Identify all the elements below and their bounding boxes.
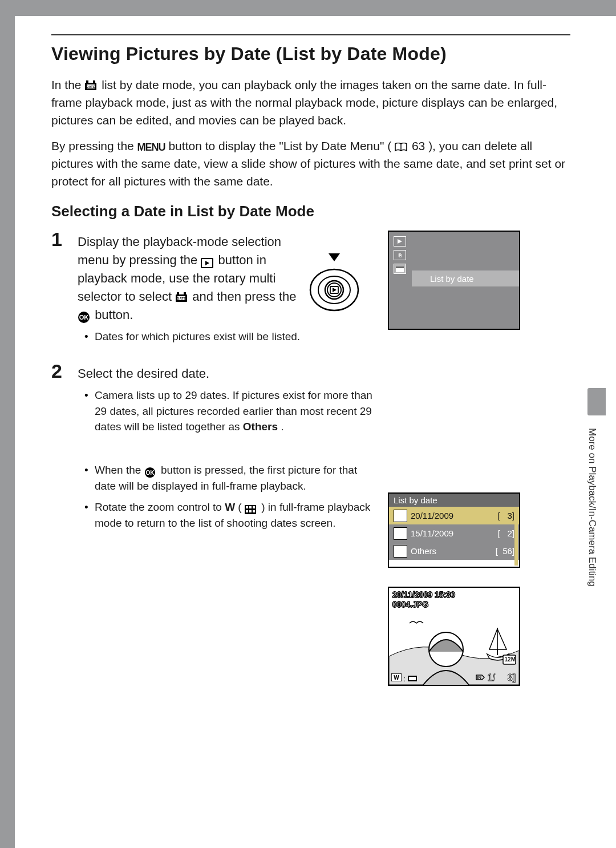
date-list-row: Others [ 56] [389, 542, 519, 560]
rotary-selector-illustration [306, 251, 363, 320]
zoom-wide-label: W [225, 501, 235, 513]
scrollbar-icon [514, 507, 518, 566]
date-list-row: 20/11/2009 [ 3] [389, 507, 519, 524]
svg-marker-20 [333, 288, 337, 292]
svg-rect-32 [253, 510, 255, 512]
svg-rect-29 [253, 506, 255, 508]
text: Camera lists up to 29 dates. If pictures… [95, 389, 372, 433]
date-icon: DATE [175, 289, 189, 301]
date-icon: DATE [84, 78, 98, 89]
date-value: 20/11/2009 [411, 511, 495, 520]
fullframe-playback-illustration: 20/11/2009 15:30 0004.JPG 12M W [388, 587, 520, 686]
text: button. [95, 308, 133, 322]
playback-mode-icon [394, 236, 406, 247]
rule-top [51, 34, 570, 35]
svg-rect-3 [93, 80, 95, 83]
resolution-badge: 12M [505, 656, 516, 663]
thumbnail-icon [245, 501, 258, 512]
lcd-mode-menu-illustration: ⎘ List by date [388, 231, 520, 330]
svg-rect-23 [396, 266, 404, 268]
text: list by date mode, you can playback only… [51, 78, 557, 127]
text: and then press the [192, 289, 296, 304]
chapter-thumb-tab [587, 388, 606, 415]
ok-button-icon: OK [144, 464, 158, 475]
step-2-bullet-2: When the OK button is pressed, the first… [95, 462, 374, 494]
svg-rect-2 [86, 80, 88, 83]
playback-index: 1/ [488, 673, 495, 683]
svg-rect-10 [177, 292, 179, 295]
page-title: Viewing Pictures by Date (List by Date M… [51, 43, 570, 64]
text: In the [51, 78, 84, 91]
text: By pressing the [51, 139, 137, 152]
count-value: [ 3] [498, 511, 514, 520]
text: button to display the "List by Date Menu… [168, 139, 391, 152]
date-list-row: 15/11/2009 [ 2] [389, 524, 519, 542]
step-2-bullet-3: Rotate the zoom control to W ( [95, 499, 374, 531]
svg-text:OK: OK [145, 470, 155, 476]
count-value: [ 56] [496, 546, 514, 556]
step-2-text: Select the desired date. [78, 365, 357, 383]
svg-rect-11 [184, 292, 186, 295]
section-subhead: Selecting a Date in List by Date Mode [51, 203, 570, 220]
internal-memory-icon: IN [475, 674, 485, 681]
svg-text:IN: IN [477, 675, 481, 680]
svg-text:OK: OK [79, 314, 89, 321]
auto-sort-mode-icon: ⎘ [394, 250, 406, 260]
ok-button-icon: OK [78, 308, 91, 319]
svg-text:DATE: DATE [177, 297, 186, 300]
date-list-illustration: List by date 20/11/2009 [ 3] 15/11/2009 … [388, 492, 520, 568]
book-icon [395, 139, 408, 150]
date-list-title: List by date [389, 494, 519, 507]
playback-date: 20/11/2009 15:30 [392, 590, 455, 599]
playback-filename: 0004.JPG [392, 600, 455, 609]
text: When the [95, 464, 144, 476]
date-value: Others [411, 546, 492, 556]
step-2-bullet-1: Camera lists up to 29 dates. If pictures… [95, 387, 374, 435]
text: . [281, 421, 283, 433]
menu-button-label: MENU [137, 140, 165, 151]
step-1-text: Display the playback-mode selection menu… [78, 233, 300, 324]
step-2: 2 Select the desired date. Camera lists … [51, 361, 570, 572]
playback-total: 3] [508, 673, 516, 683]
svg-rect-28 [249, 506, 252, 508]
svg-text:W: W [394, 675, 399, 681]
svg-rect-40 [409, 677, 416, 680]
svg-rect-30 [246, 510, 248, 512]
svg-marker-21 [398, 239, 402, 244]
thumbnail-icon [394, 510, 407, 522]
step-1: 1 Display the playback-mode selection me… [51, 229, 570, 350]
chapter-side-label: More on Playback/In-Camera Editing [586, 428, 598, 587]
date-value: 15/11/2009 [411, 528, 495, 538]
list-by-date-mode-icon [394, 264, 406, 274]
step-number: 2 [51, 361, 67, 381]
svg-text:DATE: DATE [86, 85, 95, 88]
play-button-icon [201, 253, 214, 264]
svg-marker-7 [205, 261, 209, 265]
svg-rect-31 [249, 510, 252, 512]
thumbnail-icon [394, 527, 407, 540]
intro-paragraph-2: By pressing the MENU button to display t… [51, 137, 570, 190]
thumbnail-icon [394, 545, 407, 558]
text-strong: Others [243, 421, 278, 433]
text: Rotate the zoom control to [95, 501, 225, 513]
count-value: [ 2] [498, 528, 514, 538]
zoom-wide-icon: W [391, 673, 402, 681]
step-1-bullet: Dates for which pictures exist will be l… [95, 329, 317, 345]
intro-paragraph-1: In the DATE list by date mode, you can p… [51, 76, 570, 129]
date-icon [408, 675, 417, 681]
cross-ref: 63 [412, 139, 425, 152]
lcd-menu-label: List by date [430, 274, 474, 284]
svg-rect-27 [246, 506, 248, 508]
lcd-selected-row: List by date [412, 270, 519, 286]
manual-page: Viewing Pictures by Date (List by Date M… [15, 16, 616, 848]
step-number: 1 [51, 229, 67, 249]
text: ( [238, 501, 241, 513]
